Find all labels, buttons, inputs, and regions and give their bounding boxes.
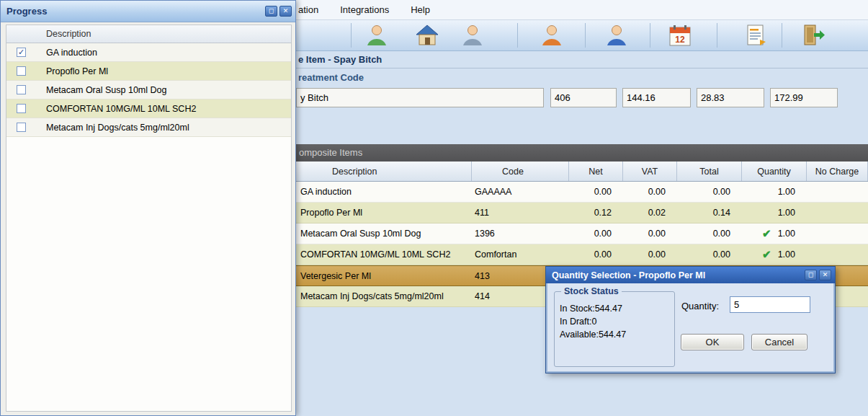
home-icon[interactable]: [414, 22, 440, 48]
progress-row[interactable]: ✓ Metacam Oral Susp 10ml Dog: [6, 81, 291, 99]
groom-icon[interactable]: [460, 22, 486, 48]
cell-quantity: ✔ 1.00: [742, 224, 807, 244]
cell-code: 411: [472, 203, 569, 223]
row-checkbox[interactable]: ✓: [17, 85, 26, 94]
column-header-total: Total: [677, 161, 742, 181]
progress-item-list: Description ✓ GA induction ✓ Propoflo Pe…: [6, 25, 292, 412]
dialog-titlebar[interactable]: Quantity Selection - Propoflo Per Ml ◻ ✕: [546, 267, 835, 283]
report-icon[interactable]: [743, 22, 769, 48]
cell-net: 0.12: [569, 203, 623, 223]
progress-row-label: Metacam Inj Dogs/cats 5mg/ml20ml: [46, 123, 189, 133]
cell-code: 1396: [472, 224, 569, 244]
table-row[interactable]: COMFORTAN 10MG/ML 10ML SCH2 Comfortan 0.…: [296, 244, 868, 265]
menu-item-help[interactable]: Help: [411, 4, 430, 15]
available-value: Available:544.47: [560, 328, 674, 341]
table-row[interactable]: Metacam Oral Susp 10ml Dog 1396 0.00 0.0…: [296, 224, 868, 244]
toolbar-separator: [650, 23, 650, 48]
cell-total: 0.00: [677, 182, 742, 202]
cell-total: 0.00: [677, 224, 742, 244]
cell-quantity: ✔ 1.00: [742, 203, 807, 223]
progress-row[interactable]: ✓ GA induction: [6, 43, 291, 62]
dialog-title: Quantity Selection - Propoflo Per Ml: [552, 270, 802, 280]
cell-no-charge: [807, 203, 868, 223]
progress-row[interactable]: ✓ Metacam Inj Dogs/cats 5mg/ml20ml: [6, 118, 291, 137]
progress-row-label: Propoflo Per Ml: [46, 66, 108, 76]
cell-description: Propoflo Per Ml: [296, 203, 472, 223]
column-header-no-charge: No Charge: [807, 161, 868, 181]
progress-row[interactable]: ✓ Propoflo Per Ml: [6, 62, 291, 81]
client-icon[interactable]: [539, 22, 565, 48]
close-button[interactable]: ✕: [819, 270, 831, 280]
row-checkbox[interactable]: ✓: [17, 66, 26, 76]
close-button[interactable]: ✕: [279, 6, 292, 17]
menu-item-truncated[interactable]: ation: [298, 4, 318, 15]
column-header-vat: VAT: [623, 161, 677, 181]
cell-quantity: ✔ 1.00: [742, 182, 807, 202]
dialog-body: Stock Status In Stock:544.47 In Draft:0 …: [546, 283, 835, 373]
quantity-input[interactable]: [730, 296, 810, 313]
in-draft-value: In Draft:0: [560, 315, 674, 328]
table-header-row: Description Code Net VAT Total Quantity …: [296, 161, 868, 182]
cell-code: GAAAAA: [472, 182, 569, 202]
cell-net: 0.00: [569, 244, 623, 265]
cancel-button[interactable]: Cancel: [751, 334, 807, 350]
diary-calendar-icon[interactable]: 12: [667, 22, 693, 48]
staff-icon[interactable]: [604, 22, 630, 48]
in-stock-value: In Stock:544.47: [560, 302, 674, 315]
stock-check-icon: ✔: [762, 248, 771, 261]
gross-total-field[interactable]: 172.99: [770, 88, 838, 107]
cell-net: 0.00: [569, 224, 623, 244]
cell-no-charge: [807, 244, 868, 265]
cell-total: 0.00: [677, 244, 742, 265]
row-checkbox[interactable]: ✓: [17, 48, 26, 57]
stock-status-title: Stock Status: [561, 286, 622, 296]
restore-button[interactable]: ◻: [265, 6, 277, 17]
progress-row-label: GA induction: [46, 48, 97, 58]
ok-button[interactable]: OK: [681, 334, 744, 350]
cell-description: COMFORTAN 10MG/ML 10ML SCH2: [296, 244, 472, 265]
section-title: reatment Code: [298, 72, 364, 83]
exit-icon[interactable]: [800, 22, 826, 48]
stock-check-icon: ✔: [762, 227, 771, 240]
table-row[interactable]: Propoflo Per Ml 411 0.12 0.02 0.14 ✔ 1.0…: [296, 203, 868, 224]
quantity-selection-dialog: Quantity Selection - Propoflo Per Ml ◻ ✕…: [545, 266, 836, 373]
checkbox-check-icon: ✓: [18, 48, 24, 56]
toolbar-separator: [351, 23, 352, 48]
title-divider: [296, 68, 868, 68]
cell-quantity: ✔ 1.00: [742, 244, 807, 265]
toolbar-separator: [517, 23, 518, 48]
progress-column-header: Description: [6, 25, 291, 43]
restore-button[interactable]: ◻: [805, 270, 817, 280]
progress-row-label: Metacam Oral Susp 10ml Dog: [46, 85, 166, 95]
calendar-day-label: 12: [675, 35, 685, 45]
cell-description: Metacam Inj Dogs/cats 5mg/ml20ml: [296, 286, 472, 306]
cell-code: Comfortan: [472, 244, 569, 265]
treatment-name-field[interactable]: y Bitch: [296, 88, 544, 107]
progress-titlebar[interactable]: Progress ◻ ✕: [1, 1, 295, 22]
toolbar-separator: [717, 23, 717, 48]
progress-window: Progress ◻ ✕ Description ✓ GA induction …: [0, 0, 296, 416]
net-total-field[interactable]: 144.16: [622, 88, 691, 107]
page-title: e Item - Spay Bitch: [298, 54, 382, 65]
cell-description: GA induction: [296, 182, 472, 202]
patient-icon[interactable]: [364, 22, 390, 48]
vat-total-field[interactable]: 28.83: [697, 88, 764, 107]
table-row[interactable]: GA induction GAAAAA 0.00 0.00 0.00 ✔ 1.0…: [296, 182, 868, 203]
treatment-code-field[interactable]: 406: [550, 88, 617, 107]
column-header-code: Code: [472, 161, 569, 181]
progress-row[interactable]: ✓ COMFORTAN 10MG/ML 10ML SCH2: [6, 99, 291, 118]
progress-row-label: COMFORTAN 10MG/ML 10ML SCH2: [46, 104, 196, 114]
row-checkbox[interactable]: ✓: [17, 104, 26, 113]
cell-total: 0.14: [677, 203, 742, 223]
cell-description: Metacam Oral Susp 10ml Dog: [296, 224, 472, 244]
cell-no-charge: [807, 224, 868, 244]
row-checkbox[interactable]: ✓: [17, 123, 26, 132]
column-header-quantity: Quantity: [742, 161, 807, 181]
cell-vat: 0.00: [623, 224, 677, 244]
progress-window-title: Progress: [6, 6, 263, 17]
toolbar-separator: [585, 23, 586, 48]
composite-items-header: omposite Items: [296, 144, 868, 161]
menu-item-integrations[interactable]: Integrations: [340, 4, 389, 15]
stock-status-group: Stock Status In Stock:544.47 In Draft:0 …: [554, 286, 675, 367]
cell-vat: 0.00: [623, 244, 677, 265]
